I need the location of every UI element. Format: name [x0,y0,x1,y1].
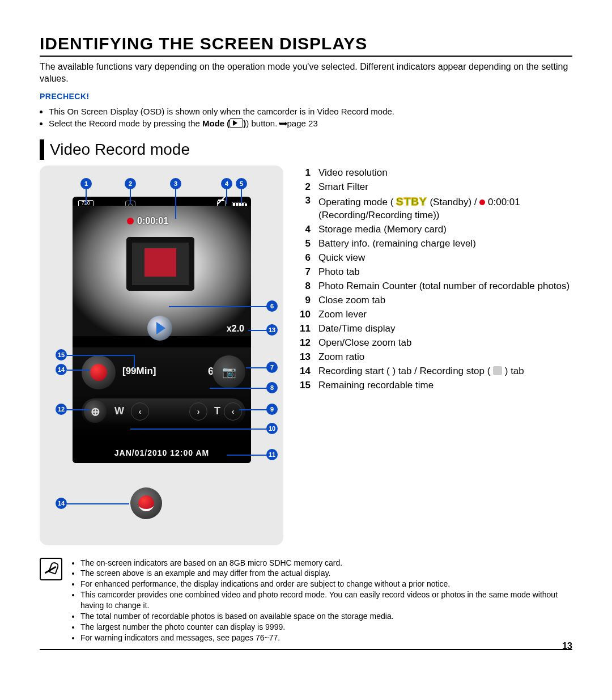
zoom-tele-label: T [214,405,220,417]
callout-11: 11 [266,449,278,460]
recording-timer: 0:00:01 [127,216,168,226]
zoom-in-button[interactable]: › [189,402,207,421]
precheck-item: Select the Record mode by pressing the M… [49,117,572,129]
page-ref: page 23 [287,118,318,128]
osd-screen: 72030 P 0:00:01 x2.0 [99Min] 6 📷 ⊕ W ‹ ›… [73,197,251,463]
legend-text: Open/Close zoom tab [318,337,572,350]
note-item: For warning indicators and messages, see… [80,633,572,643]
note-item: The on-screen indicators are based on an… [80,558,572,569]
zoom-bar[interactable]: ⊕ W ‹ › T ‹ [82,398,245,425]
callout-line [134,355,135,368]
legend-num: 13 [295,351,311,364]
callout-line [169,306,267,307]
legend-text: Quick view [318,252,572,265]
callout-8: 8 [266,382,278,393]
legend-num: 15 [295,379,311,392]
zoom-out-button[interactable]: ‹ [131,402,149,421]
legend-text: Photo tab [318,266,572,279]
legend-text: Battery info. (remaining charge level) [318,237,572,251]
legend-text: Video resolution [318,167,572,180]
callout-line [241,189,242,204]
callout-4: 4 [221,178,232,189]
photo-tab-button[interactable]: 📷 [212,355,245,388]
text: ) button. [246,118,279,128]
legend-text: Date/Time display [318,323,572,336]
callout-15: 15 [56,349,67,360]
page-number: 13 [562,641,572,651]
legend-text: Remaining recordable time [318,379,572,392]
record-stop-icon [493,366,502,375]
legend-text: Close zoom tab [318,294,572,307]
legend-num: 4 [295,223,311,236]
text: Select the Record mode by pressing the [49,118,202,128]
legend-text: Recording start ( ) tab / Recording stop… [318,365,572,378]
callout-line [175,189,176,219]
legend-num: 14 [295,365,311,378]
mode-play-icon [230,118,243,128]
callout-line [67,503,129,504]
callout-line [67,409,90,410]
zoom-open-close-button[interactable]: ⊕ [84,400,107,423]
legend-text: Smart Filter [318,181,572,194]
camera-icon: 📷 [222,365,236,379]
callout-14b: 14 [56,498,67,509]
callout-9: 9 [266,404,278,415]
callout-1: 1 [80,178,92,189]
chevron-right-icon: › [197,407,200,416]
legend-text: Operating mode ( STBY (Standby) / 0:00:0… [318,194,572,222]
notes-section: The on-screen indicators are based on an… [40,558,572,650]
record-stop-button[interactable] [130,487,162,519]
remaining-time: [99Min] [122,366,156,377]
legend-text: Photo Remain Counter (total number of re… [318,280,572,293]
legend-text: Zoom ratio [318,351,572,364]
legend-list: 1Video resolution 2Smart Filter 3Operati… [295,166,572,393]
legend-text: Storage media (Memory card) [318,223,572,236]
callout-line [130,189,131,204]
callout-10: 10 [266,423,278,434]
page-title: IDENTIFYING THE SCREEN DISPLAYS [40,34,572,57]
zoom-close-button[interactable]: ‹ [224,402,242,421]
zoom-ratio-label: x2.0 [227,324,244,334]
note-item: The largest number the photo counter can… [80,622,572,633]
stby-icon: STBY [396,196,427,207]
callout-3: 3 [170,178,181,189]
datetime-display: JAN/01/2010 12:00 AM [73,443,251,463]
legend-num: 6 [295,252,311,265]
callout-6: 6 [266,300,278,312]
callout-line [239,409,267,410]
chevron-left-icon: ‹ [232,407,235,416]
notes-list: The on-screen indicators are based on an… [70,558,572,643]
legend-num: 11 [295,323,311,336]
text-bold: Mode ( [202,118,230,128]
note-item: For enhanced performance, the display in… [80,579,572,589]
note-item: The total number of recordable photos is… [80,611,572,622]
callout-line [130,429,267,430]
legend-num: 1 [295,167,311,180]
callout-line [227,455,267,456]
note-icon [40,558,62,580]
record-start-button[interactable] [82,355,116,389]
legend-num: 5 [295,237,311,251]
legend-num: 3 [295,194,311,222]
arrow-right-icon: ➥ [278,117,288,129]
callout-line [248,330,267,331]
callout-line [226,189,227,204]
note-item: The screen above is an example and may d… [80,568,572,579]
callout-line [86,189,87,204]
magnifier-plus-icon: ⊕ [91,405,100,418]
callout-5: 5 [236,178,247,189]
legend-num: 7 [295,266,311,279]
callout-line [67,355,135,356]
callout-2: 2 [125,178,136,189]
precheck-list: This On Screen Display (OSD) is shown on… [49,105,572,129]
zoom-wide-label: W [114,405,124,417]
note-item: This camcorder provides one combined vid… [80,589,572,611]
quick-view-button[interactable] [147,316,172,341]
callout-12: 12 [56,404,67,415]
intro-text: The available functions vary depending o… [40,61,572,85]
precheck-label: PRECHECK! [40,92,572,101]
legend-num: 9 [295,294,311,307]
chevron-left-icon: ‹ [139,407,142,416]
legend-text: Zoom lever [318,308,572,321]
callout-line [67,370,90,371]
